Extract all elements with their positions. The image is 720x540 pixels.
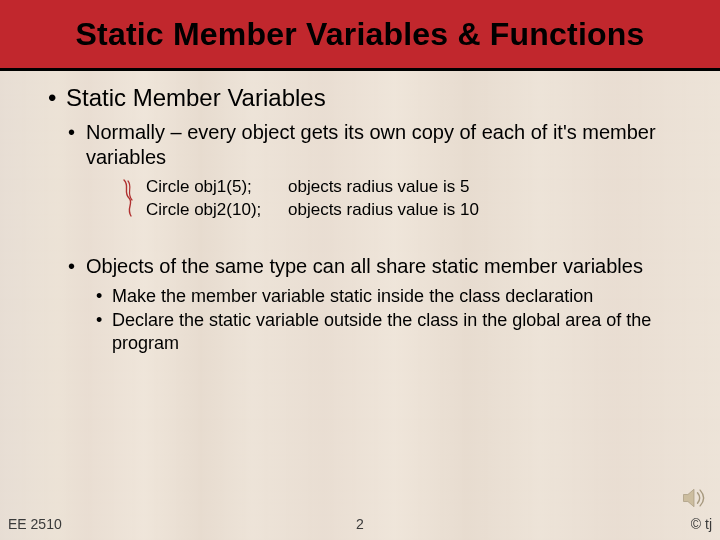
- annotation-scribble-icon: [120, 178, 142, 218]
- code-row: Circle obj2(10); objects radius value is…: [146, 199, 690, 222]
- code-comment: objects radius value is 10: [288, 199, 479, 222]
- code-decl: Circle obj1(5);: [146, 176, 266, 199]
- bullet-text: Normally – every object gets its own cop…: [86, 121, 656, 168]
- bullet-text: Declare the static variable outside the …: [112, 310, 651, 353]
- slide-title: Static Member Variables & Functions: [76, 16, 645, 53]
- bullet-text: Objects of the same type can all share s…: [86, 255, 643, 277]
- bullet-text: Make the member variable static inside t…: [112, 286, 593, 306]
- code-row: Circle obj1(5); objects radius value is …: [146, 176, 690, 199]
- footer-page-number: 2: [0, 516, 720, 532]
- bullet-level3: Make the member variable static inside t…: [96, 285, 690, 308]
- bullet-level3: Declare the static variable outside the …: [96, 309, 690, 354]
- bullet-level1: Static Member Variables: [48, 84, 690, 112]
- footer-author: © tj: [691, 516, 712, 532]
- code-decl: Circle obj2(10);: [146, 199, 266, 222]
- title-bar: Static Member Variables & Functions: [0, 0, 720, 71]
- slide: Static Member Variables & Functions Stat…: [0, 0, 720, 540]
- bullet-text: Static Member Variables: [66, 84, 326, 111]
- content-area: Static Member Variables Normally – every…: [48, 84, 690, 356]
- code-comment: objects radius value is 5: [288, 176, 469, 199]
- code-example: Circle obj1(5); objects radius value is …: [146, 176, 690, 222]
- bullet-level2: Objects of the same type can all share s…: [68, 254, 690, 279]
- bullet-level2: Normally – every object gets its own cop…: [68, 120, 690, 170]
- speaker-icon: [680, 484, 708, 512]
